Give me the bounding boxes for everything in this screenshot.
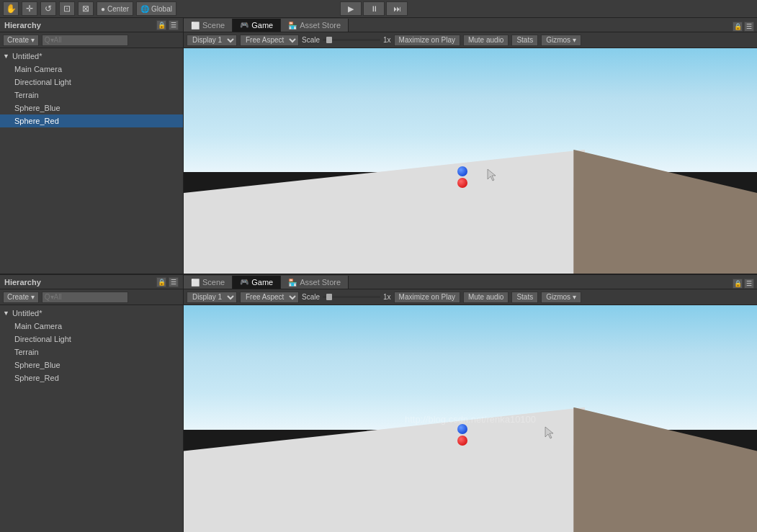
top-tab-assetstore[interactable]: 🏪 Asset Store <box>281 19 349 32</box>
bottom-gizmos-btn[interactable]: Gizmos ▾ <box>541 292 581 303</box>
top-hierarchy-header: Hierarchy 🔒 ☰ <box>0 18 183 32</box>
play-button[interactable]: ▶ <box>340 1 362 16</box>
top-root-item[interactable]: ▼ Untitled* <box>0 50 183 63</box>
move-tool-btn[interactable]: ✛ <box>22 1 37 16</box>
top-scale-control: Scale 1x <box>302 36 391 44</box>
bottom-game-view: ⬜ Scene 🎮 Game 🏪 Asset Store 🔒 ☰ <box>184 275 757 532</box>
bottom-sphere-objects <box>457 424 467 446</box>
top-display-select[interactable]: Display 1 <box>187 35 237 46</box>
bottom-list-item[interactable]: Terrain <box>0 346 183 359</box>
bottom-sphere-red <box>457 436 467 446</box>
space-btn[interactable]: 🌐 Global <box>136 1 176 16</box>
top-panel-row: Hierarchy 🔒 ☰ Create ▾ ▼ Untitled* Main <box>0 18 757 275</box>
top-sphere-red <box>457 178 467 188</box>
bottom-hierarchy-menu-icon[interactable]: ☰ <box>169 277 179 287</box>
bottom-root-item[interactable]: ▼ Untitled* <box>0 307 183 320</box>
bottom-game-menu-icon[interactable]: ☰ <box>744 279 754 289</box>
top-hierarchy-content: ▼ Untitled* Main Camera Directional Ligh… <box>0 48 183 274</box>
top-list-item[interactable]: Sphere_Blue <box>0 102 183 114</box>
bottom-create-btn[interactable]: Create ▾ <box>3 292 39 303</box>
bottom-game-viewport[interactable]: http://blog.csdn.net/renka10100 <box>184 305 757 532</box>
top-hierarchy-icons: 🔒 ☰ <box>156 20 179 30</box>
rect-tool-btn[interactable]: ⊠ <box>78 1 94 16</box>
bottom-tab-game[interactable]: 🎮 Game <box>233 276 281 289</box>
bottom-aspect-select[interactable]: Free Aspect <box>240 292 299 303</box>
top-sphere-objects <box>457 166 467 188</box>
bottom-stats-btn[interactable]: Stats <box>511 292 538 303</box>
bottom-terrain-brown <box>573 407 757 532</box>
top-hierarchy-title: Hierarchy <box>4 21 41 30</box>
top-search-input[interactable] <box>42 35 128 46</box>
bottom-display-select[interactable]: Display 1 <box>187 292 237 303</box>
bottom-root-arrow-icon: ▼ <box>3 310 9 317</box>
bottom-hierarchy-title: Hierarchy <box>4 278 41 287</box>
top-terrain-brown <box>573 150 757 274</box>
play-controls: ▶ ⏸ ⏭ <box>340 1 408 16</box>
top-terrain-container <box>184 150 757 274</box>
rotate-tool-btn[interactable]: ↺ <box>40 1 56 16</box>
bottom-maximize-btn[interactable]: Maximize on Play <box>394 292 460 303</box>
bottom-list-item[interactable]: Main Camera <box>0 320 183 333</box>
bottom-tab-scene[interactable]: ⬜ Scene <box>184 276 233 289</box>
bottom-tab-bar: ⬜ Scene 🎮 Game 🏪 Asset Store 🔒 ☰ <box>184 275 757 289</box>
bottom-scale-slider[interactable] <box>323 296 380 298</box>
top-game-toolbar: Display 1 Free Aspect Scale 1x Maximize … <box>184 32 757 48</box>
assetstore-tab-icon: 🏪 <box>288 22 297 30</box>
bottom-search-input[interactable] <box>42 292 128 303</box>
bottom-hierarchy-panel: Hierarchy 🔒 ☰ Create ▾ ▼ Untitled* Main <box>0 275 184 532</box>
top-game-menu-icon[interactable]: ☰ <box>744 22 754 32</box>
bottom-panel-row: Hierarchy 🔒 ☰ Create ▾ ▼ Untitled* Main <box>0 275 757 532</box>
top-stats-btn[interactable]: Stats <box>511 35 538 46</box>
pause-button[interactable]: ⏸ <box>363 1 385 16</box>
top-list-item[interactable]: Main Camera <box>0 63 183 76</box>
top-scale-slider[interactable] <box>323 39 380 41</box>
bottom-game-tab-icon: 🎮 <box>240 278 248 286</box>
top-toolbar: ✋ ✛ ↺ ⊡ ⊠ ● Center 🌐 Global ▶ ⏸ ⏭ <box>0 0 757 18</box>
main-area: Hierarchy 🔒 ☰ Create ▾ ▼ Untitled* Main <box>0 18 757 532</box>
bottom-list-item[interactable]: Directional Light <box>0 333 183 346</box>
pivot-btn[interactable]: ● Center <box>97 1 133 16</box>
bottom-scene-tab-icon: ⬜ <box>191 279 200 287</box>
top-tab-game[interactable]: 🎮 Game <box>233 19 281 32</box>
bottom-terrain-container <box>184 407 757 532</box>
scale-tool-btn[interactable]: ⊡ <box>59 1 75 16</box>
bottom-game-lock-icon[interactable]: 🔒 <box>733 279 743 289</box>
game-tab-icon: 🎮 <box>240 21 248 29</box>
top-game-viewport[interactable] <box>184 48 757 274</box>
top-hierarchy-toolbar: Create ▾ <box>0 32 183 48</box>
bottom-list-item[interactable]: Sphere_Blue <box>0 359 183 371</box>
root-arrow-icon: ▼ <box>3 53 9 60</box>
bottom-game-toolbar: Display 1 Free Aspect Scale 1x Maximize … <box>184 289 757 305</box>
hierarchy-lock-icon[interactable]: 🔒 <box>156 20 166 30</box>
bottom-scale-control: Scale 1x <box>302 293 391 301</box>
bottom-hierarchy-lock-icon[interactable]: 🔒 <box>156 277 166 287</box>
top-list-item-selected[interactable]: Sphere_Red <box>0 114 183 127</box>
globe-icon: 🌐 <box>140 5 149 13</box>
bottom-terrain-white <box>184 407 585 532</box>
top-game-lock-icon[interactable]: 🔒 <box>733 22 743 32</box>
top-create-btn[interactable]: Create ▾ <box>3 35 39 46</box>
top-maximize-btn[interactable]: Maximize on Play <box>394 35 460 46</box>
top-game-view: ⬜ Scene 🎮 Game 🏪 Asset Store 🔒 ☰ <box>184 18 757 274</box>
bottom-hierarchy-icons: 🔒 ☰ <box>156 277 179 287</box>
top-tab-bar: ⬜ Scene 🎮 Game 🏪 Asset Store 🔒 ☰ <box>184 18 757 32</box>
step-button[interactable]: ⏭ <box>386 1 408 16</box>
top-tab-scene[interactable]: ⬜ Scene <box>184 19 233 32</box>
bottom-hierarchy-content: ▼ Untitled* Main Camera Directional Ligh… <box>0 305 183 532</box>
top-list-item[interactable]: Directional Light <box>0 76 183 89</box>
top-gizmos-btn[interactable]: Gizmos ▾ <box>541 35 581 46</box>
bottom-hierarchy-header: Hierarchy 🔒 ☰ <box>0 275 183 289</box>
top-list-item[interactable]: Terrain <box>0 89 183 102</box>
bottom-tab-assetstore[interactable]: 🏪 Asset Store <box>281 276 349 289</box>
hierarchy-menu-icon[interactable]: ☰ <box>169 20 179 30</box>
top-terrain-white <box>184 150 585 274</box>
top-hierarchy-panel: Hierarchy 🔒 ☰ Create ▾ ▼ Untitled* Main <box>0 18 184 274</box>
bottom-assetstore-tab-icon: 🏪 <box>288 279 297 287</box>
hand-tool-btn[interactable]: ✋ <box>3 1 19 16</box>
bottom-hierarchy-toolbar: Create ▾ <box>0 289 183 305</box>
top-mute-btn[interactable]: Mute audio <box>463 35 509 46</box>
top-aspect-select[interactable]: Free Aspect <box>240 35 299 46</box>
bottom-list-item[interactable]: Sphere_Red <box>0 371 183 384</box>
bottom-sphere-blue <box>457 424 467 434</box>
bottom-mute-btn[interactable]: Mute audio <box>463 292 509 303</box>
